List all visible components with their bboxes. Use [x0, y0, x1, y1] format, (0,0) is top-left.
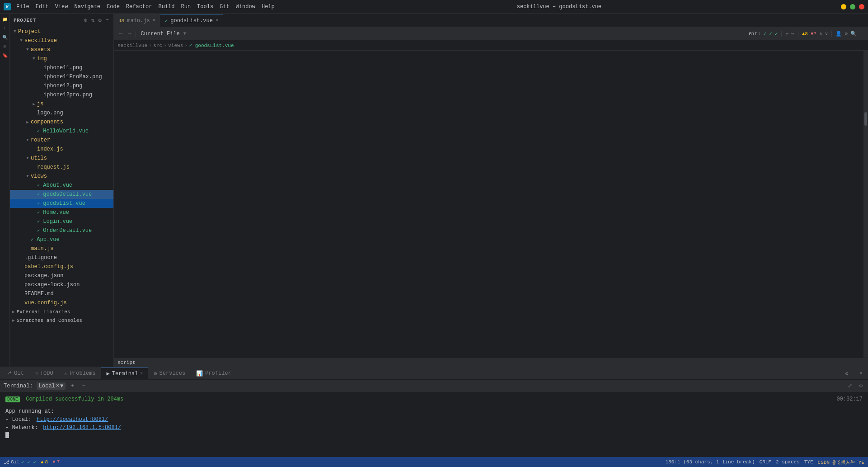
external-libraries-section[interactable]: ▶ External Libraries	[10, 307, 113, 316]
tree-item-27[interactable]: package.json	[10, 271, 113, 280]
menu-git[interactable]: Git	[217, 3, 232, 11]
network-url[interactable]: http://192.168.1.5:8081/	[43, 425, 121, 431]
tree-item-29[interactable]: README.md	[10, 289, 113, 298]
terminal-options-btn[interactable]: ⋯	[80, 382, 86, 390]
bottom-tab-terminal[interactable]: ▶ Terminal ×	[101, 368, 149, 379]
tab-goodslist-close[interactable]: ×	[216, 18, 218, 23]
bottom-tab-git[interactable]: ⎇ Git	[0, 368, 29, 379]
tree-item-13[interactable]: index.js	[10, 145, 113, 154]
tree-item-25[interactable]: .gitignore	[10, 253, 113, 262]
window-close[interactable]	[859, 4, 864, 9]
tree-item-12[interactable]: ▼router	[10, 136, 113, 145]
status-git[interactable]: ⎇ Git ✓ ✓ ✓	[4, 459, 36, 465]
menu-window[interactable]: Window	[233, 3, 258, 11]
bottom-tab-profiler[interactable]: 📊 Profiler	[191, 368, 237, 379]
tree-item-21[interactable]: ✓ Login.vue	[10, 217, 113, 226]
current-file-dropdown[interactable]: ▼	[183, 31, 186, 36]
menu-help[interactable]: Help	[259, 3, 277, 11]
scratches-section[interactable]: ▶ Scratches and Consoles	[10, 316, 113, 325]
terminal-session-dropdown[interactable]: Local × ▼	[37, 382, 66, 390]
tree-item-11[interactable]: ✓ HelloWorld.vue	[10, 127, 113, 136]
window-minimize[interactable]	[841, 4, 846, 9]
tree-item-30[interactable]: vue.config.js	[10, 298, 113, 307]
activity-commit[interactable]: ↑	[1, 24, 9, 33]
tab-mainjs[interactable]: JS main.js ×	[114, 14, 160, 27]
tree-item-14[interactable]: ▼utils	[10, 154, 113, 163]
terminal-settings-btn[interactable]: ⚙	[858, 382, 864, 390]
tree-item-1[interactable]: ▼seckillvue	[10, 36, 113, 45]
toolbar-chevron-up[interactable]: ∧	[819, 31, 822, 37]
bottom-tab-problems[interactable]: ⚠ Problems	[59, 368, 101, 379]
toolbar-user-icon[interactable]: 👤	[835, 31, 842, 37]
tree-item-5[interactable]: iphone11ProMax.png	[10, 72, 113, 81]
status-errors[interactable]: ▼7	[52, 459, 60, 465]
menu-navigate[interactable]: Navigate	[71, 3, 103, 11]
tree-item-18[interactable]: ✓ goodsDetail.vue	[10, 190, 113, 199]
local-url[interactable]: http://localhost:8081/	[37, 416, 108, 423]
bottom-panel-settings[interactable]: ⚙	[840, 368, 854, 379]
tree-item-6[interactable]: iphone12.png	[10, 81, 113, 90]
tree-item-4[interactable]: iphone11.png	[10, 63, 113, 72]
breadcrumb-part1[interactable]: seckillvue	[117, 43, 147, 48]
current-file-btn[interactable]: Current File	[139, 30, 181, 38]
menu-refactor[interactable]: Refactor	[123, 3, 155, 11]
tree-item-22[interactable]: ✓ OrderDetail.vue	[10, 226, 113, 235]
toolbar-search-icon[interactable]: 🔍	[850, 31, 857, 37]
sidebar-collapse-btn[interactable]: −	[104, 16, 110, 25]
status-warnings[interactable]: ▲8	[41, 459, 48, 465]
menu-edit[interactable]: Edit	[33, 3, 52, 11]
terminal-session-close[interactable]: ×	[56, 383, 59, 389]
tree-item-2[interactable]: ▼assets	[10, 45, 113, 54]
tree-item-16[interactable]: ▼views	[10, 172, 113, 181]
menu-tools[interactable]: Tools	[194, 3, 216, 11]
toolbar-chevron-down[interactable]: ∨	[825, 31, 828, 37]
tree-item-7[interactable]: iphone12pro.png	[10, 90, 113, 99]
tree-item-3[interactable]: ▼img	[10, 54, 113, 63]
tree-item-9[interactable]: logo.png	[10, 108, 113, 118]
terminal-maximize-btn[interactable]: ⤢	[846, 382, 854, 390]
bottom-tab-todo[interactable]: ☑ TODO	[29, 368, 59, 379]
menu-run[interactable]: Run	[178, 3, 193, 11]
sidebar-sort-btn[interactable]: ⇅	[90, 16, 96, 25]
toolbar-forward-btn[interactable]: →	[126, 30, 133, 38]
tree-item-15[interactable]: request.js	[10, 163, 113, 172]
menu-code[interactable]: Code	[104, 3, 122, 11]
menu-view[interactable]: View	[52, 3, 71, 11]
tree-item-8[interactable]: ▶js	[10, 99, 113, 108]
tree-item-10[interactable]: ▶components	[10, 118, 113, 127]
code-content[interactable]	[137, 51, 863, 358]
toolbar-settings-icon[interactable]: ⚙	[845, 31, 848, 37]
breadcrumb-part2[interactable]: src	[153, 43, 162, 48]
toolbar-more-icon[interactable]: ⋮	[859, 31, 864, 37]
activity-project[interactable]: 📁	[1, 15, 9, 24]
terminal-tab-close[interactable]: ×	[140, 371, 143, 376]
breadcrumb-part4[interactable]: ✓ goodsList.vue	[189, 42, 234, 48]
activity-bookmarks[interactable]: 🔖	[1, 52, 9, 60]
breadcrumb-part3[interactable]: views	[168, 43, 183, 48]
tree-item-26[interactable]: babel.config.js	[10, 262, 113, 271]
terminal-content[interactable]: DONE Compiled successfully in 204ms 00:3…	[0, 392, 868, 457]
tree-item-17[interactable]: ✓ About.vue	[10, 181, 113, 190]
tree-item-20[interactable]: ✓ Home.vue	[10, 208, 113, 217]
bottom-tab-services[interactable]: ⚙ Services	[148, 368, 191, 379]
toolbar-undo[interactable]: ↩	[785, 31, 788, 37]
tree-item-23[interactable]: ✓ App.vue	[10, 235, 113, 244]
sidebar-settings-btn[interactable]: ⚙	[97, 16, 103, 25]
activity-search[interactable]: 🔍	[1, 33, 9, 42]
menu-file[interactable]: File	[14, 3, 32, 11]
tree-item-0[interactable]: ▼Project	[10, 27, 113, 36]
menu-build[interactable]: Build	[155, 3, 177, 11]
tab-mainjs-close[interactable]: ×	[153, 18, 155, 23]
right-scrollbar[interactable]	[863, 51, 868, 358]
tree-item-28[interactable]: package-lock.json	[10, 280, 113, 289]
tree-item-19[interactable]: ✓ goodsList.vue	[10, 199, 113, 208]
sidebar-add-btn[interactable]: ⊕	[83, 16, 89, 25]
activity-structure[interactable]: ≡	[1, 42, 9, 51]
toolbar-back-btn[interactable]: ←	[117, 30, 124, 38]
window-maximize[interactable]	[850, 4, 855, 9]
bottom-panel-close[interactable]: ×	[854, 368, 868, 379]
toolbar-redo[interactable]: ↪	[791, 31, 794, 37]
tree-item-24[interactable]: main.js	[10, 244, 113, 253]
tab-goodslist[interactable]: ✓ goodsList.vue ×	[160, 14, 223, 27]
terminal-add-btn[interactable]: +	[69, 382, 76, 390]
